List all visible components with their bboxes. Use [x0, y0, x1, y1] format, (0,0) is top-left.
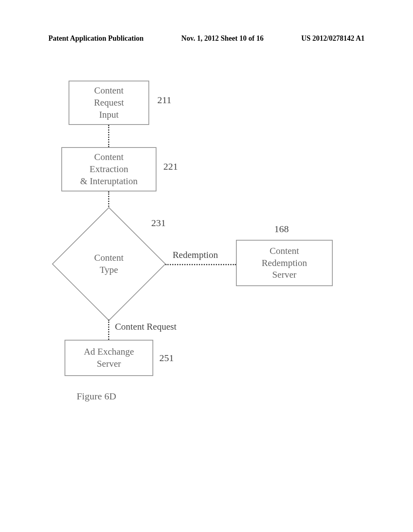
- box-ad-exchange-server: Ad Exchange Server: [65, 340, 153, 376]
- ref-168: 168: [274, 224, 289, 235]
- edge-content-request-label: Content Request: [115, 322, 177, 332]
- box-251-text: Ad Exchange Server: [84, 346, 134, 370]
- box-content-redemption-server: Content Redemption Server: [236, 240, 333, 286]
- connector-231-168: [165, 264, 236, 265]
- header-right: US 2012/0278142 A1: [301, 34, 365, 43]
- header-left: Patent Application Publication: [48, 34, 144, 43]
- ref-251: 251: [159, 353, 174, 364]
- box-211-text: Content Request Input: [94, 85, 124, 121]
- connector-231-251: [108, 320, 109, 340]
- diamond-231-text: Content Type: [94, 252, 124, 276]
- connector-211-221: [108, 125, 109, 147]
- box-content-extraction: Content Extraction & Interuptation: [61, 147, 156, 191]
- box-168-text: Content Redemption Server: [262, 245, 307, 281]
- header-center: Nov. 1, 2012 Sheet 10 of 16: [181, 34, 264, 43]
- box-221-text: Content Extraction & Interuptation: [80, 151, 138, 187]
- ref-211: 211: [157, 95, 171, 106]
- ref-221: 221: [163, 161, 178, 172]
- box-content-request-input: Content Request Input: [69, 81, 149, 125]
- ref-231: 231: [151, 218, 166, 229]
- figure-label: Figure 6D: [77, 391, 116, 402]
- flowchart-diagram: Content Request Input 211 Content Extrac…: [52, 73, 363, 435]
- edge-redemption-label: Redemption: [173, 250, 218, 260]
- diamond-content-type: Content Type: [69, 224, 149, 304]
